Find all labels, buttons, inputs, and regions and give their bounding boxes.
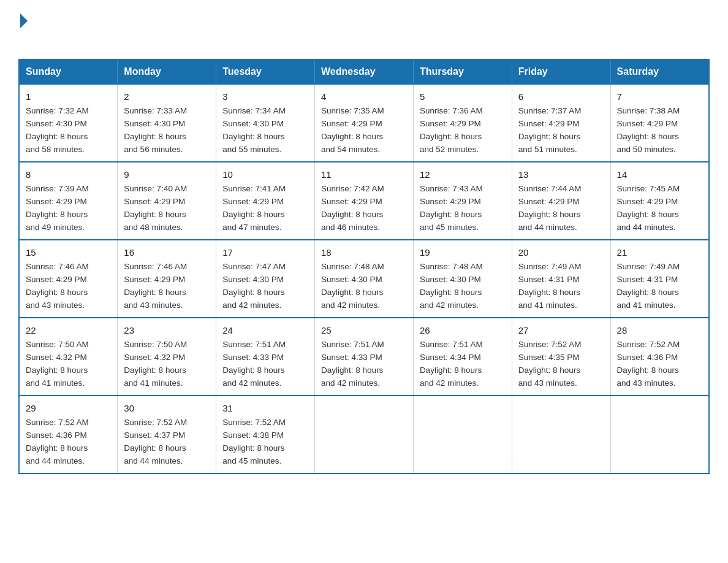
- day-info: Sunrise: 7:51 AMSunset: 4:33 PMDaylight:…: [222, 340, 286, 388]
- calendar-cell: 4Sunrise: 7:35 AMSunset: 4:29 PMDaylight…: [315, 84, 414, 162]
- calendar-cell: 6Sunrise: 7:37 AMSunset: 4:29 PMDaylight…: [512, 84, 610, 162]
- day-number: 17: [222, 245, 308, 259]
- weekday-header-friday: Friday: [512, 59, 610, 84]
- day-number: 15: [26, 245, 111, 259]
- weekday-header-monday: Monday: [118, 59, 216, 84]
- calendar-cell: 14Sunrise: 7:45 AMSunset: 4:29 PMDayligh…: [610, 162, 709, 240]
- calendar-cell: [512, 396, 610, 473]
- day-info: Sunrise: 7:50 AMSunset: 4:32 PMDaylight:…: [124, 340, 187, 388]
- calendar-cell: 20Sunrise: 7:49 AMSunset: 4:31 PMDayligh…: [512, 240, 610, 318]
- day-info: Sunrise: 7:52 AMSunset: 4:36 PMDaylight:…: [26, 418, 89, 465]
- day-number: 23: [124, 323, 210, 337]
- logo-general: [18, 12, 28, 28]
- day-info: Sunrise: 7:49 AMSunset: 4:31 PMDaylight:…: [518, 262, 582, 310]
- day-number: 9: [124, 167, 210, 182]
- day-number: 26: [420, 323, 506, 337]
- day-number: 25: [321, 323, 407, 337]
- calendar-cell: 21Sunrise: 7:49 AMSunset: 4:31 PMDayligh…: [610, 240, 709, 318]
- day-info: Sunrise: 7:37 AMSunset: 4:29 PMDaylight:…: [518, 106, 582, 154]
- day-number: 1: [26, 90, 111, 104]
- logo-arrow-icon: [20, 13, 28, 28]
- day-info: Sunrise: 7:35 AMSunset: 4:29 PMDaylight:…: [321, 106, 384, 154]
- logo: [18, 12, 28, 48]
- calendar-cell: 25Sunrise: 7:51 AMSunset: 4:33 PMDayligh…: [315, 318, 414, 396]
- day-number: 18: [321, 245, 407, 259]
- day-number: 4: [321, 90, 407, 104]
- day-info: Sunrise: 7:51 AMSunset: 4:33 PMDaylight:…: [321, 340, 384, 388]
- calendar-week-row: 8Sunrise: 7:39 AMSunset: 4:29 PMDaylight…: [19, 162, 709, 240]
- day-number: 14: [617, 167, 702, 182]
- calendar-cell: 7Sunrise: 7:38 AMSunset: 4:29 PMDaylight…: [610, 84, 709, 162]
- calendar-cell: 12Sunrise: 7:43 AMSunset: 4:29 PMDayligh…: [413, 162, 512, 240]
- calendar-cell: 23Sunrise: 7:50 AMSunset: 4:32 PMDayligh…: [118, 318, 216, 396]
- calendar-cell: 5Sunrise: 7:36 AMSunset: 4:29 PMDaylight…: [413, 84, 512, 162]
- day-info: Sunrise: 7:51 AMSunset: 4:34 PMDaylight:…: [420, 340, 483, 388]
- day-info: Sunrise: 7:46 AMSunset: 4:29 PMDaylight:…: [26, 262, 89, 310]
- day-info: Sunrise: 7:49 AMSunset: 4:31 PMDaylight:…: [617, 262, 680, 310]
- calendar-cell: 31Sunrise: 7:52 AMSunset: 4:38 PMDayligh…: [216, 396, 315, 473]
- day-info: Sunrise: 7:52 AMSunset: 4:35 PMDaylight:…: [518, 340, 582, 388]
- day-info: Sunrise: 7:46 AMSunset: 4:29 PMDaylight:…: [124, 262, 187, 310]
- day-number: 3: [222, 90, 308, 104]
- day-number: 13: [518, 167, 604, 182]
- day-info: Sunrise: 7:52 AMSunset: 4:37 PMDaylight:…: [124, 418, 187, 465]
- calendar-week-row: 22Sunrise: 7:50 AMSunset: 4:32 PMDayligh…: [19, 318, 709, 396]
- page-header: [18, 12, 710, 48]
- calendar-cell: [315, 396, 414, 473]
- calendar-cell: 17Sunrise: 7:47 AMSunset: 4:30 PMDayligh…: [216, 240, 315, 318]
- calendar-cell: 22Sunrise: 7:50 AMSunset: 4:32 PMDayligh…: [19, 318, 118, 396]
- calendar-cell: 16Sunrise: 7:46 AMSunset: 4:29 PMDayligh…: [118, 240, 216, 318]
- day-info: Sunrise: 7:44 AMSunset: 4:29 PMDaylight:…: [518, 184, 582, 232]
- day-info: Sunrise: 7:34 AMSunset: 4:30 PMDaylight:…: [222, 106, 286, 154]
- calendar-cell: 28Sunrise: 7:52 AMSunset: 4:36 PMDayligh…: [610, 318, 709, 396]
- day-info: Sunrise: 7:33 AMSunset: 4:30 PMDaylight:…: [124, 106, 187, 154]
- weekday-header-wednesday: Wednesday: [315, 59, 414, 84]
- calendar-week-row: 15Sunrise: 7:46 AMSunset: 4:29 PMDayligh…: [19, 240, 709, 318]
- calendar-week-row: 1Sunrise: 7:32 AMSunset: 4:30 PMDaylight…: [19, 84, 709, 162]
- weekday-header-tuesday: Tuesday: [216, 59, 315, 84]
- day-number: 28: [617, 323, 702, 337]
- day-info: Sunrise: 7:48 AMSunset: 4:30 PMDaylight:…: [321, 262, 384, 310]
- day-number: 19: [420, 245, 506, 259]
- calendar-cell: 24Sunrise: 7:51 AMSunset: 4:33 PMDayligh…: [216, 318, 315, 396]
- day-number: 16: [124, 245, 210, 259]
- calendar-cell: 26Sunrise: 7:51 AMSunset: 4:34 PMDayligh…: [413, 318, 512, 396]
- day-number: 2: [124, 90, 210, 104]
- day-number: 10: [222, 167, 308, 182]
- day-number: 5: [420, 90, 506, 104]
- calendar-cell: 30Sunrise: 7:52 AMSunset: 4:37 PMDayligh…: [118, 396, 216, 473]
- day-info: Sunrise: 7:39 AMSunset: 4:29 PMDaylight:…: [26, 184, 89, 232]
- day-info: Sunrise: 7:36 AMSunset: 4:29 PMDaylight:…: [420, 106, 483, 154]
- calendar-cell: 2Sunrise: 7:33 AMSunset: 4:30 PMDaylight…: [118, 84, 216, 162]
- day-info: Sunrise: 7:32 AMSunset: 4:30 PMDaylight:…: [26, 106, 89, 154]
- day-number: 31: [222, 401, 308, 415]
- day-info: Sunrise: 7:52 AMSunset: 4:38 PMDaylight:…: [222, 418, 286, 465]
- day-number: 7: [617, 90, 702, 104]
- day-info: Sunrise: 7:52 AMSunset: 4:36 PMDaylight:…: [617, 340, 680, 388]
- weekday-header-sunday: Sunday: [19, 59, 118, 84]
- weekday-header-row: SundayMondayTuesdayWednesdayThursdayFrid…: [19, 59, 709, 84]
- calendar-cell: 1Sunrise: 7:32 AMSunset: 4:30 PMDaylight…: [19, 84, 118, 162]
- day-number: 20: [518, 245, 604, 259]
- day-number: 22: [26, 323, 111, 337]
- day-info: Sunrise: 7:42 AMSunset: 4:29 PMDaylight:…: [321, 184, 384, 232]
- day-info: Sunrise: 7:41 AMSunset: 4:29 PMDaylight:…: [222, 184, 286, 232]
- calendar-cell: 29Sunrise: 7:52 AMSunset: 4:36 PMDayligh…: [19, 396, 118, 473]
- calendar-cell: 27Sunrise: 7:52 AMSunset: 4:35 PMDayligh…: [512, 318, 610, 396]
- day-number: 29: [26, 401, 111, 415]
- calendar-cell: 9Sunrise: 7:40 AMSunset: 4:29 PMDaylight…: [118, 162, 216, 240]
- day-number: 12: [420, 167, 506, 182]
- calendar-cell: 8Sunrise: 7:39 AMSunset: 4:29 PMDaylight…: [19, 162, 118, 240]
- day-info: Sunrise: 7:43 AMSunset: 4:29 PMDaylight:…: [420, 184, 483, 232]
- calendar-cell: 13Sunrise: 7:44 AMSunset: 4:29 PMDayligh…: [512, 162, 610, 240]
- weekday-header-thursday: Thursday: [413, 59, 512, 84]
- day-number: 21: [617, 245, 702, 259]
- day-number: 24: [222, 323, 308, 337]
- calendar-cell: 15Sunrise: 7:46 AMSunset: 4:29 PMDayligh…: [19, 240, 118, 318]
- day-info: Sunrise: 7:38 AMSunset: 4:29 PMDaylight:…: [617, 106, 680, 154]
- day-number: 6: [518, 90, 604, 104]
- day-info: Sunrise: 7:45 AMSunset: 4:29 PMDaylight:…: [617, 184, 680, 232]
- day-info: Sunrise: 7:48 AMSunset: 4:30 PMDaylight:…: [420, 262, 483, 310]
- weekday-header-saturday: Saturday: [610, 59, 709, 84]
- calendar-cell: 10Sunrise: 7:41 AMSunset: 4:29 PMDayligh…: [216, 162, 315, 240]
